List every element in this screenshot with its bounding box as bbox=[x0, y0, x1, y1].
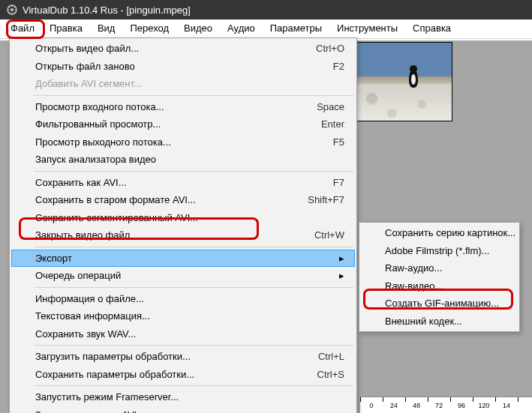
timeline-tick-label: 72 bbox=[428, 402, 450, 409]
export-create-gif[interactable]: Создать GIF-анимацию... bbox=[361, 295, 518, 313]
file-menu-save-old-avi[interactable]: Сохранить в старом формате AVI... Shift+… bbox=[11, 191, 355, 209]
menu-separator bbox=[34, 247, 353, 247]
export-submenu-dropdown: Сохранить серию картинок... Adobe Filmst… bbox=[359, 222, 520, 332]
file-menu-save-processing[interactable]: Сохранить параметры обработки... Ctrl+S bbox=[11, 366, 355, 384]
file-menu-save-avi[interactable]: Сохранить как AVI... F7 bbox=[11, 174, 355, 192]
menu-bar: Файл Правка Вид Переход Видео Аудио Пара… bbox=[0, 19, 532, 39]
file-menu-export[interactable]: Экспорт ▸ bbox=[11, 250, 355, 268]
file-menu-reopen[interactable]: Открыть файл заново F2 bbox=[11, 58, 355, 76]
file-menu-load-processing[interactable]: Загрузить параметры обработки... Ctrl+L bbox=[11, 348, 355, 366]
menu-options[interactable]: Параметры bbox=[263, 19, 329, 38]
file-menu-save-wav[interactable]: Сохранить звук WAV... bbox=[11, 325, 355, 343]
timeline-ruler[interactable]: 02448729612014 bbox=[360, 397, 532, 413]
timeline-tick-label: 14 bbox=[495, 402, 518, 409]
timeline-tick-label: 0 bbox=[360, 402, 383, 409]
file-menu-text-info[interactable]: Текстовая информация... bbox=[11, 307, 355, 325]
video-preview bbox=[351, 42, 452, 121]
file-menu-file-info[interactable]: Информация о файле... bbox=[11, 290, 355, 308]
menu-separator bbox=[34, 95, 353, 96]
file-menu-close-video[interactable]: Закрыть видео файл Ctrl+W bbox=[11, 226, 355, 244]
file-menu-capture-avi[interactable]: Захватить видео в AVI... bbox=[11, 406, 355, 414]
export-raw-video[interactable]: Raw-видео... bbox=[361, 277, 518, 295]
submenu-arrow-icon: ▸ bbox=[338, 253, 344, 264]
file-menu-dropdown: Открыть видео файл... Ctrl+O Открыть фай… bbox=[9, 37, 357, 413]
svg-point-1 bbox=[11, 8, 14, 11]
submenu-arrow-icon: ▸ bbox=[338, 270, 344, 281]
file-menu-save-segmented-avi[interactable]: Сохранить сегментированный AVI... bbox=[11, 209, 355, 227]
title-bar: VirtualDub 1.10.4 Rus - [pinguin.mpeg] bbox=[0, 0, 532, 19]
file-menu-preview-input[interactable]: Просмотр входного потока... Space bbox=[11, 98, 355, 116]
file-menu-queue[interactable]: Очередь операций ▸ bbox=[11, 267, 355, 285]
menu-goto[interactable]: Переход bbox=[122, 19, 176, 38]
menu-view[interactable]: Вид bbox=[90, 19, 123, 38]
menu-file[interactable]: Файл bbox=[3, 19, 42, 38]
file-menu-frameserver[interactable]: Запустить режим Frameserver... bbox=[11, 388, 355, 406]
menu-help[interactable]: Справка bbox=[405, 19, 458, 38]
export-image-sequence[interactable]: Сохранить серию картинок... bbox=[361, 224, 518, 242]
menu-separator bbox=[34, 171, 353, 172]
file-menu-preview-output[interactable]: Просмотр выходного потока... F5 bbox=[11, 133, 355, 151]
menu-video[interactable]: Видео bbox=[176, 19, 220, 38]
timeline-tick-label: 96 bbox=[450, 402, 473, 409]
penguin-graphic bbox=[407, 65, 420, 92]
window-title: VirtualDub 1.10.4 Rus - [pinguin.mpeg] bbox=[23, 4, 191, 16]
file-menu-run-analyzer[interactable]: Запуск анализатора видео bbox=[11, 151, 355, 169]
app-icon bbox=[6, 4, 18, 16]
file-menu-add-avi-segment: Добавить AVI сегмент... bbox=[11, 75, 355, 93]
export-external-codec[interactable]: Внешний кодек... bbox=[361, 313, 518, 331]
menu-edit[interactable]: Правка bbox=[42, 19, 90, 38]
menu-separator bbox=[34, 287, 353, 288]
export-filmstrip[interactable]: Adobe Filmstrip (*.flm)... bbox=[361, 242, 518, 260]
menu-separator bbox=[34, 345, 353, 346]
timeline-tick-label: 24 bbox=[383, 402, 405, 409]
menu-audio[interactable]: Аудио bbox=[220, 19, 263, 38]
export-raw-audio[interactable]: Raw-аудио... bbox=[361, 259, 518, 277]
file-menu-open-video[interactable]: Открыть видео файл... Ctrl+O bbox=[11, 40, 355, 58]
file-menu-preview-filtered[interactable]: Фильтрованный просмотр... Enter bbox=[11, 115, 355, 133]
timeline-tick-label: 48 bbox=[405, 402, 428, 409]
menu-separator bbox=[34, 385, 353, 386]
timeline-tick-label: 120 bbox=[473, 402, 495, 409]
menu-tools[interactable]: Инструменты bbox=[329, 19, 405, 38]
